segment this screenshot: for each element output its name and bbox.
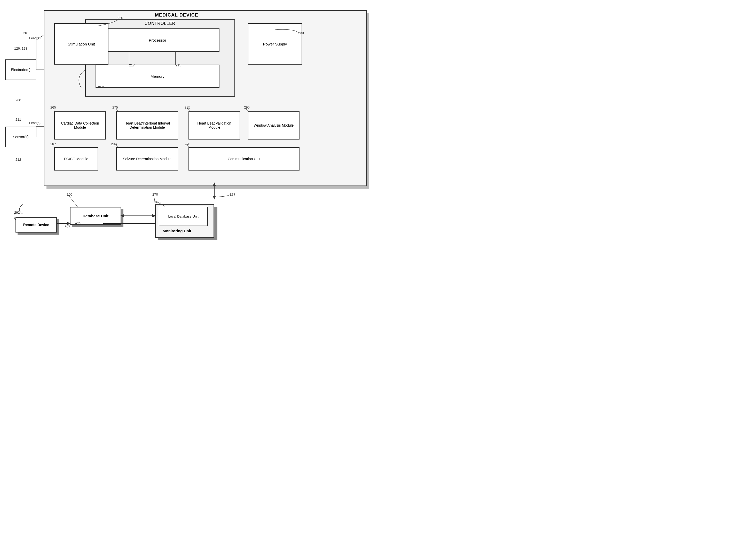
fgbg-label: FG/BG Module: [64, 157, 88, 161]
label-265: 265: [51, 105, 56, 109]
heartbeat-validation-box: Heart Beat Validation Module: [188, 111, 240, 140]
heartbeat-interval-label: Heart Beat/Interbeat Interval Determinat…: [119, 121, 175, 129]
heartbeat-validation-label: Heart Beat Validation Module: [191, 121, 238, 129]
fgbg-box: FG/BG Module: [54, 147, 98, 171]
monitoring-unit-label: Monitoring Unit: [162, 229, 191, 233]
label-230: 230: [298, 31, 304, 35]
electrode-label: Electrode(s): [11, 68, 30, 72]
label-201: 201: [23, 31, 29, 35]
medical-device-title: MEDICAL DEVICE: [155, 12, 198, 18]
seizure-box: Seizure Determination Module: [116, 147, 178, 171]
cardiac-data-label: Cardiac Data Collection Module: [57, 121, 103, 129]
label-210: 210: [98, 85, 104, 89]
window-analysis-label: Window Analysis Module: [254, 123, 294, 127]
label-297-remote: 297: [64, 225, 70, 229]
database-unit-box: Database Unit: [70, 207, 121, 225]
communication-box: Communication Unit: [188, 147, 299, 171]
remote-device-box: Remote Device: [16, 217, 57, 232]
database-unit-label: Database Unit: [83, 214, 108, 218]
label-250: 250: [66, 193, 72, 197]
sensor-box: Sensor(s): [5, 127, 36, 147]
label-295: 295: [244, 105, 250, 109]
power-supply-box: Power Supply: [248, 23, 302, 65]
label-126-128: 126, 128: [14, 47, 27, 51]
leads-label-bottom: Lead(s): [29, 121, 41, 125]
local-db-label: Local Database Unit: [168, 214, 198, 218]
label-215: 215: [175, 63, 181, 67]
stimulation-unit-box: Stimulation Unit: [54, 23, 108, 65]
sensor-label: Sensor(s): [13, 135, 29, 139]
label-217: 217: [129, 63, 135, 67]
window-analysis-box: Window Analysis Module: [248, 111, 299, 140]
diagram: MEDICAL DEVICE CONTROLLER Processor Memo…: [0, 0, 378, 270]
label-200: 200: [16, 98, 21, 102]
cardiac-data-box: Cardiac Data Collection Module: [54, 111, 106, 140]
power-supply-label: Power Supply: [263, 42, 287, 46]
seizure-label: Seizure Determination Module: [123, 157, 171, 161]
remote-device-label: Remote Device: [23, 223, 49, 227]
label-299: 299: [111, 142, 117, 146]
local-db-inner: Local Database Unit: [159, 207, 208, 226]
processor-box: Processor: [95, 28, 219, 52]
heartbeat-interval-box: Heart Beat/Interbeat Interval Determinat…: [116, 111, 178, 140]
label-212: 212: [16, 158, 21, 162]
label-292: 292: [14, 210, 20, 214]
communication-label: Communication Unit: [228, 157, 260, 161]
label-220: 220: [118, 16, 123, 20]
electrode-box: Electrode(s): [5, 60, 36, 80]
label-297-fg: 297: [51, 142, 56, 146]
stimulation-unit-label: Stimulation Unit: [68, 42, 95, 46]
label-260: 260: [185, 142, 190, 146]
label-285: 285: [185, 105, 190, 109]
label-211: 211: [16, 118, 21, 121]
memory-label: Memory: [151, 74, 164, 78]
label-277: 277: [230, 193, 236, 197]
leads-label-top: Lead(s): [29, 36, 41, 40]
label-275: 275: [112, 105, 118, 109]
processor-label: Processor: [149, 38, 166, 42]
label-270: 270: [152, 193, 158, 197]
svg-marker-9: [213, 196, 216, 200]
label-255: 255: [155, 200, 161, 204]
memory-box: Memory: [95, 65, 219, 88]
controller-title: CONTROLLER: [145, 21, 175, 26]
